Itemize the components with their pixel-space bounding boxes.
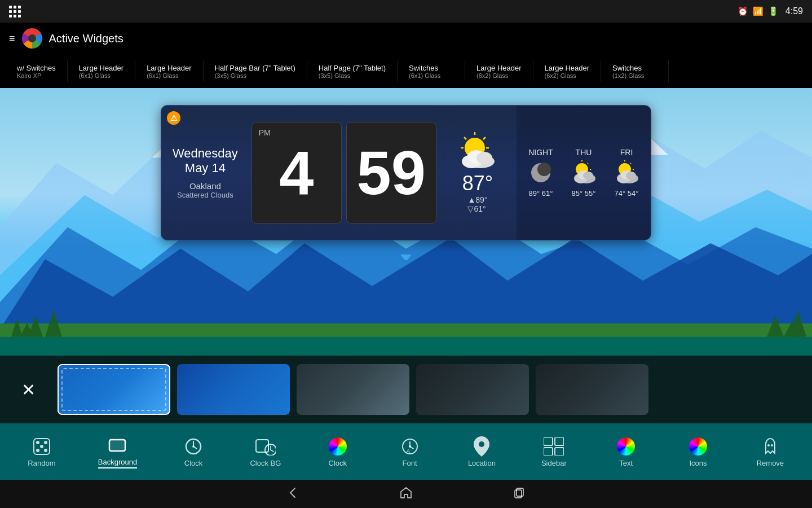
alert-icon: ⚠	[167, 111, 180, 125]
text-label: Text	[619, 459, 633, 467]
svg-line-48	[588, 163, 588, 164]
clock-bg-icon	[255, 436, 276, 457]
alarm-icon: ⏰	[738, 6, 748, 16]
toolbar-location[interactable]: Location	[459, 433, 504, 471]
font-label: Font	[403, 459, 417, 467]
home-button[interactable]	[395, 481, 417, 507]
svg-point-87	[767, 444, 770, 446]
forecast-thu-label: THU	[576, 148, 592, 157]
app-bar: ≡ Active Widgets	[0, 23, 812, 54]
widget-bar-item-5[interactable]: Switches(6x1) Glass	[398, 60, 465, 82]
thumb-item-3[interactable]	[297, 364, 409, 415]
svg-rect-68	[109, 440, 125, 451]
widget-forecast: NIGHT 89° 61° THU	[517, 106, 651, 240]
toolbar-icons[interactable]: Icons	[676, 433, 721, 471]
svg-point-64	[36, 449, 39, 452]
svg-point-72	[192, 445, 195, 448]
close-button[interactable]: ✕	[6, 367, 51, 412]
thumb-selector	[61, 368, 166, 411]
thumb-item-5[interactable]	[536, 364, 648, 415]
toolbar-random[interactable]: Random	[19, 433, 64, 471]
recents-button[interactable]	[508, 481, 530, 507]
svg-rect-83	[544, 437, 553, 445]
svg-text:A: A	[407, 448, 410, 454]
random-icon	[32, 436, 52, 457]
remove-icon	[760, 436, 780, 457]
back-button[interactable]	[282, 481, 304, 507]
thumb-strip: ✕	[0, 356, 812, 423]
widget-bar-item-4[interactable]: Half Page (7" Tablet)(3x5) Glass	[307, 60, 398, 82]
toolbar-clock-bg[interactable]: Clock BG	[243, 433, 288, 471]
widget-bar-item-7[interactable]: Large Header(6x2) Glass	[533, 60, 602, 82]
current-temp: 87°	[462, 172, 493, 195]
app-title: Active Widgets	[49, 32, 123, 45]
font-icon: A	[400, 436, 420, 457]
widget-indicator	[400, 255, 412, 260]
svg-point-65	[44, 449, 47, 452]
wifi-icon: 📶	[753, 6, 764, 16]
clock-label: Clock	[184, 459, 203, 467]
svg-line-36	[464, 137, 466, 139]
thumb-item-1[interactable]	[58, 364, 170, 415]
widget-date-section: ⚠ Wednesday May 14 Oakland Scattered Clo…	[161, 106, 249, 240]
toolbar-clock[interactable]: Clock	[171, 433, 216, 471]
main-content: ⚠ Wednesday May 14 Oakland Scattered Clo…	[0, 88, 812, 356]
widget-day: Wednesday	[173, 146, 238, 161]
forecast-night-temps: 89° 61°	[529, 189, 553, 198]
widget-bar-item-1[interactable]: Large Header(6x1) Glass	[68, 60, 136, 82]
grid-icon	[9, 6, 21, 17]
forecast-thu-temps: 85° 55°	[572, 189, 596, 198]
weather-widget: ⚠ Wednesday May 14 Oakland Scattered Clo…	[161, 105, 651, 240]
clock-ampm: PM	[259, 128, 271, 137]
svg-point-42	[476, 152, 492, 164]
svg-point-80	[409, 445, 411, 448]
hamburger-icon[interactable]: ≡	[9, 33, 15, 45]
clock-color-icon	[328, 436, 348, 457]
moon-icon	[527, 160, 555, 186]
clock-icon	[183, 436, 204, 457]
fri-weather-icon	[612, 160, 641, 186]
thumb-item-4[interactable]	[416, 364, 529, 415]
svg-rect-89	[515, 490, 522, 498]
clock-hour: PM 4	[251, 122, 342, 224]
background-icon	[107, 435, 127, 456]
svg-point-66	[40, 445, 43, 448]
svg-point-44	[537, 163, 551, 176]
toolbar-sidebar[interactable]: Sidebar	[531, 433, 576, 471]
toolbar-background[interactable]: Background	[91, 432, 144, 472]
widget-bar-item-8[interactable]: Switches(1x2) Glass	[601, 60, 669, 82]
svg-line-35	[483, 137, 486, 139]
toolbar-font[interactable]: A Font	[387, 433, 433, 471]
widget-bar-item-2[interactable]: Large Header(6x1) Glass	[135, 60, 204, 82]
widget-bar-item-6[interactable]: Large Header(6x2) Glass	[465, 60, 533, 82]
location-icon	[471, 436, 492, 457]
clock-hour-num: 4	[279, 142, 314, 204]
svg-point-88	[771, 444, 773, 446]
svg-point-82	[479, 441, 484, 447]
widget-current-weather: 87° ▲89° ▽61°	[439, 106, 517, 240]
toolbar-text[interactable]: Text	[603, 433, 648, 471]
widget-clock: PM 4 59	[249, 106, 439, 240]
forecast-night: NIGHT 89° 61°	[522, 111, 559, 234]
thumb-item-2[interactable]	[177, 364, 290, 415]
high-temp: ▲89°	[467, 195, 487, 204]
widget-bar: w/ SwitchesKairo XPLarge Header(6x1) Gla…	[0, 54, 812, 88]
widget-bar-item-3[interactable]: Half Page Bar (7" Tablet)(3x5) Glass	[204, 60, 307, 82]
toolbar-clock-color[interactable]: Clock	[315, 433, 360, 471]
status-left	[9, 6, 21, 17]
svg-line-76	[271, 450, 273, 452]
svg-rect-85	[544, 448, 553, 456]
svg-point-63	[44, 441, 47, 444]
forecast-fri-label: FRI	[620, 148, 633, 157]
svg-rect-90	[517, 488, 523, 496]
background-label: Background	[98, 458, 137, 468]
sidebar-icon	[544, 436, 564, 457]
toolbar-remove[interactable]: Remove	[748, 433, 793, 471]
svg-line-56	[630, 163, 631, 164]
nav-bar	[0, 480, 812, 508]
widget-bar-item-0[interactable]: w/ SwitchesKairo XP	[6, 60, 68, 82]
forecast-fri: FRI 74° 54°	[608, 111, 645, 234]
icons-label: Icons	[690, 459, 707, 467]
svg-point-52	[583, 172, 593, 179]
current-weather-icon	[455, 132, 500, 172]
